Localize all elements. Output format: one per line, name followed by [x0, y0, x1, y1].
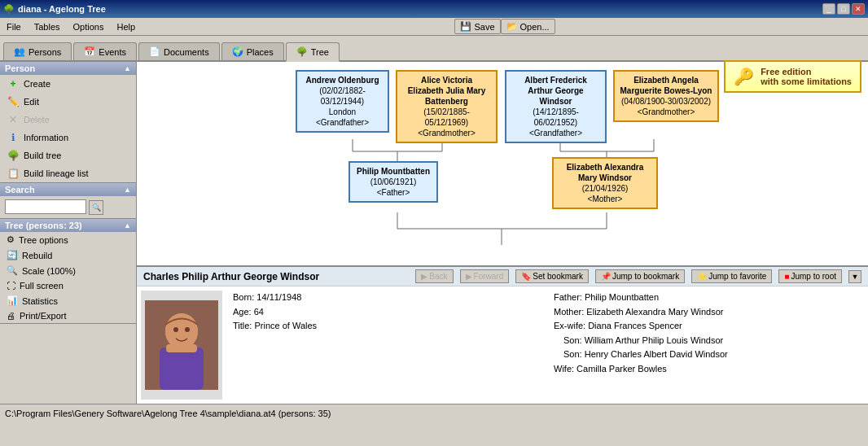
build-lineage-icon: 📋: [7, 167, 20, 180]
jump-bookmark-icon: 📌: [601, 272, 611, 281]
titlebar-controls: _ □ ✕: [822, 3, 865, 15]
forward-button[interactable]: ▶ Forward: [460, 269, 510, 283]
print-icon: 🖨: [7, 311, 15, 321]
person-role: <Grandfather>: [302, 117, 383, 128]
person-name: Elizabeth Alexandra Mary Windsor: [559, 162, 651, 183]
person-dates: (02/02/1882-03/12/1944): [302, 85, 383, 107]
info-expand-button[interactable]: ▼: [848, 270, 861, 283]
search-input[interactable]: [5, 199, 86, 214]
search-button[interactable]: 🔍: [89, 200, 103, 215]
mother-info: Mother: Elizabeth Alexandra Mary Windsor: [554, 305, 861, 320]
info-content: Born: 14/11/1948 Age: 64 Title: Prince o…: [137, 286, 868, 404]
menu-help[interactable]: Help: [110, 20, 142, 33]
set-bookmark-button[interactable]: 🔖 Set bookmark: [515, 269, 589, 283]
person-dates: (04/08/1900-30/03/2002): [620, 96, 712, 107]
tree-section: Tree (persons: 23) ▲ ⚙ Tree options 🔄 Re…: [0, 219, 136, 324]
back-button[interactable]: ▶ Back: [415, 269, 453, 283]
edit-icon: ✏️: [7, 95, 20, 108]
info-details-right: Father: Philip Mountbatten Mother: Eliza…: [547, 286, 868, 404]
person-node-andrew-oldenburg[interactable]: Andrew Oldenburg (02/02/1882-03/12/1944)…: [296, 70, 389, 133]
rebuild-item[interactable]: 🔄 Rebuild: [0, 247, 136, 263]
info-details-left: Born: 14/11/1948 Age: 64 Title: Prince o…: [226, 286, 547, 404]
born-info: Born: 14/11/1948: [233, 291, 541, 305]
tree-icon: 🌳: [296, 46, 308, 57]
info-person-name: Charles Philip Arthur George Windsor: [143, 271, 319, 282]
favorite-icon: ⭐: [697, 272, 707, 281]
tab-documents[interactable]: 📄 Documents: [138, 42, 220, 60]
status-path: C:\Program Files\Genery Software\Agelong…: [5, 409, 331, 418]
build-tree-icon: 🌳: [7, 149, 20, 162]
person-node-alice-battenberg[interactable]: Alice Victoria Elizabeth Julia Mary Batt…: [396, 70, 498, 143]
information-item[interactable]: ℹ Information: [0, 129, 136, 146]
events-icon: 📅: [84, 46, 95, 57]
edit-item[interactable]: ✏️ Edit: [0, 93, 136, 111]
svg-point-18: [185, 327, 190, 332]
delete-icon: ✕: [7, 113, 20, 126]
fullscreen-icon: ⛶: [7, 281, 15, 291]
info-panel: Charles Philip Arthur George Windsor ▶ B…: [137, 265, 868, 404]
menu-tables[interactable]: Tables: [28, 20, 67, 33]
build-tree-item[interactable]: 🌳 Build tree: [0, 146, 136, 164]
svg-point-17: [173, 327, 178, 332]
main-content: Person ▲ + Create ✏️ Edit ✕ Delete ℹ Inf…: [0, 62, 868, 404]
statistics-item[interactable]: 📊 Statistics: [0, 293, 136, 308]
tabbar: 👥 Persons 📅 Events 📄 Documents 🌍 Places …: [0, 36, 868, 62]
father-info: Father: Philip Mountbatten: [554, 291, 861, 305]
person-node-elizabeth-bowes[interactable]: Elizabeth Angela Marguerite Bowes-Lyon (…: [613, 70, 719, 122]
menu-file[interactable]: File: [0, 20, 28, 33]
tab-places[interactable]: 🌍 Places: [221, 42, 284, 60]
person-photo: [145, 300, 218, 390]
person-role: <Grandmother>: [402, 128, 491, 138]
persons-icon: 👥: [14, 46, 25, 57]
person-name: Albert Frederick Arthur George Windsor: [511, 75, 600, 107]
save-button[interactable]: 💾 Save: [454, 19, 500, 34]
bookmark-icon: 🔖: [521, 272, 531, 281]
svg-rect-19: [160, 348, 204, 390]
person-role: <Father>: [355, 187, 432, 198]
build-lineage-item[interactable]: 📋 Build lineage list: [0, 164, 136, 182]
key-icon: 🔑: [734, 67, 754, 86]
tab-persons[interactable]: 👥 Persons: [3, 42, 72, 60]
root-icon: ■: [784, 272, 789, 281]
tab-tree[interactable]: 🌳 Tree: [286, 42, 340, 62]
person-role: <Grandmother>: [620, 107, 712, 117]
open-button[interactable]: 📂 Open...: [501, 19, 555, 34]
close-button[interactable]: ✕: [852, 3, 865, 15]
search-header[interactable]: Search ▲: [0, 183, 136, 196]
forward-icon: ▶: [466, 272, 472, 281]
person-name: Philip Mountbatten: [355, 166, 432, 177]
minimize-button[interactable]: _: [822, 3, 835, 15]
scale-item[interactable]: 🔍 Scale (100%): [0, 263, 136, 278]
tab-events[interactable]: 📅 Events: [73, 42, 137, 60]
person-node-albert-windsor[interactable]: Albert Frederick Arthur George Windsor (…: [505, 70, 607, 143]
person-name: Elizabeth Angela Marguerite Bowes-Lyon: [620, 75, 712, 96]
tree-options-icon: ⚙: [7, 234, 15, 245]
person-name: Alice Victoria Elizabeth Julia Mary Batt…: [402, 75, 491, 107]
search-box: 🔍: [0, 196, 136, 218]
left-panel: Person ▲ + Create ✏️ Edit ✕ Delete ℹ Inf…: [0, 62, 137, 404]
tree-options-item[interactable]: ⚙ Tree options: [0, 232, 136, 247]
fullscreen-item[interactable]: ⛶ Full screen: [0, 278, 136, 293]
person-node-philip-mountbatten[interactable]: Philip Mountbatten (10/06/1921) <Father>: [349, 161, 438, 203]
tree-header-arrow: ▲: [124, 221, 131, 230]
info-header: Charles Philip Arthur George Windsor ▶ B…: [137, 267, 868, 286]
menu-options[interactable]: Options: [67, 20, 111, 33]
create-icon: +: [7, 77, 20, 90]
documents-icon: 📄: [149, 46, 160, 57]
jump-bookmark-button[interactable]: 📌 Jump to bookmark: [595, 269, 685, 283]
person-header[interactable]: Person ▲: [0, 62, 136, 75]
scale-icon: 🔍: [7, 265, 18, 276]
jump-favorite-button[interactable]: ⭐ Jump to favorite: [691, 269, 772, 283]
svg-rect-20: [166, 344, 197, 352]
tree-header[interactable]: Tree (persons: 23) ▲: [0, 219, 136, 232]
maximize-button[interactable]: □: [837, 3, 850, 15]
search-header-arrow: ▲: [124, 186, 131, 194]
information-icon: ℹ: [7, 131, 20, 144]
person-header-arrow: ▲: [124, 64, 131, 72]
jump-root-button[interactable]: ■ Jump to root: [778, 269, 842, 283]
delete-item: ✕ Delete: [0, 111, 136, 129]
person-node-elizabeth-windsor[interactable]: Elizabeth Alexandra Mary Windsor (21/04/…: [552, 157, 658, 209]
statusbar: C:\Program Files\Genery Software\Agelong…: [0, 404, 868, 422]
print-item[interactable]: 🖨 Print/Export: [0, 308, 136, 323]
create-item[interactable]: + Create: [0, 75, 136, 93]
